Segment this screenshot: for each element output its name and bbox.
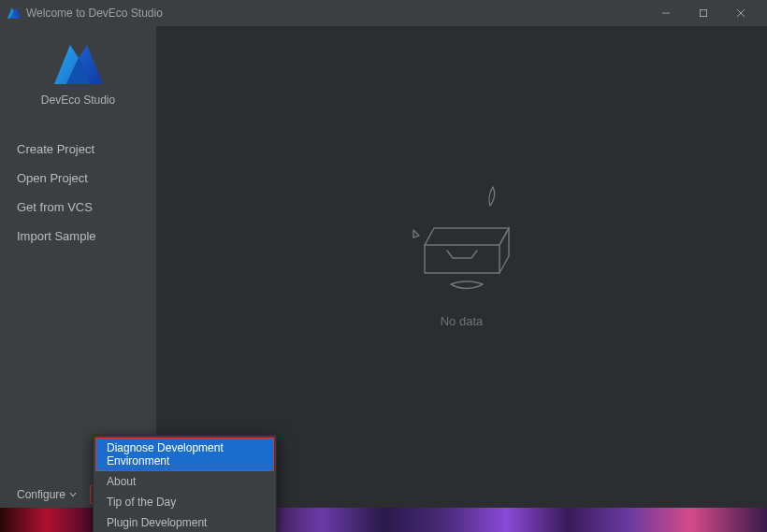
- sidebar-item-import-sample[interactable]: Import Sample: [17, 222, 156, 251]
- help-menu-item-plugin-dev[interactable]: Plugin Development: [95, 512, 274, 532]
- app-name: DevEco Studio: [41, 93, 115, 107]
- minimize-button[interactable]: [647, 0, 685, 26]
- window-title: Welcome to DevEco Studio: [26, 7, 647, 20]
- empty-inbox-icon: [406, 180, 518, 305]
- window-controls: [647, 0, 760, 26]
- configure-button[interactable]: Configure: [17, 488, 77, 501]
- no-data-label: No data: [441, 314, 484, 328]
- close-button[interactable]: [722, 0, 760, 26]
- svg-rect-1: [701, 10, 707, 17]
- chevron-down-icon: [69, 488, 77, 501]
- logo-area: DevEco Studio: [0, 26, 156, 135]
- configure-label: Configure: [17, 488, 65, 501]
- sidebar-item-get-from-vcs[interactable]: Get from VCS: [17, 193, 156, 222]
- sidebar: DevEco Studio Create Project Open Projec…: [0, 26, 156, 482]
- titlebar: Welcome to DevEco Studio: [0, 0, 767, 26]
- help-menu-item-about[interactable]: About: [95, 471, 274, 492]
- sidebar-nav: Create Project Open Project Get from VCS…: [0, 135, 156, 251]
- content-area: No data: [156, 26, 767, 482]
- help-menu-item-tip-of-day[interactable]: Tip of the Day: [95, 492, 274, 512]
- sidebar-item-create-project[interactable]: Create Project: [17, 135, 156, 164]
- help-menu-item-diagnose[interactable]: Diagnose Development Environment: [95, 438, 274, 471]
- sidebar-item-open-project[interactable]: Open Project: [17, 164, 156, 193]
- maximize-button[interactable]: [685, 0, 722, 26]
- app-logo-icon: [54, 45, 103, 88]
- help-menu: Diagnose Development Environment About T…: [93, 435, 277, 532]
- app-logo-small-icon: [7, 7, 21, 20]
